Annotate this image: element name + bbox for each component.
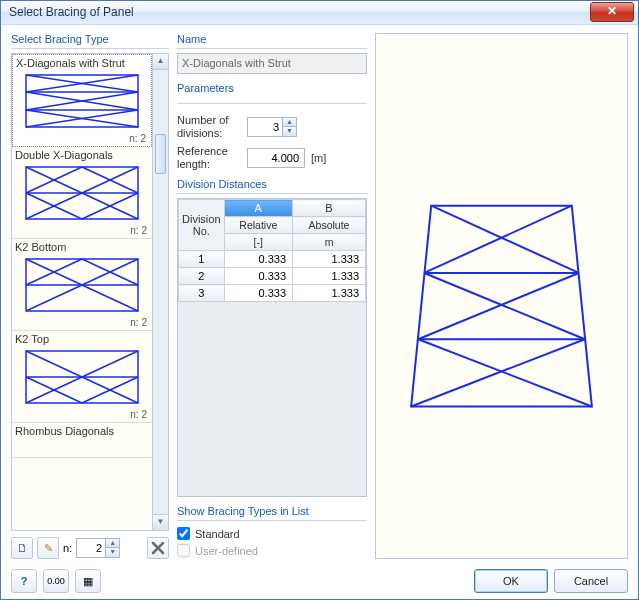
preview-svg (376, 34, 627, 558)
bracing-thumb-xstrut (16, 71, 148, 131)
bracing-thumb-rhombus (15, 439, 149, 453)
svg-line-26 (82, 285, 138, 311)
table-empty-area (178, 302, 366, 496)
table-group: Division Distances Division No. A B (177, 178, 367, 497)
bracing-thumb-k2bottom (15, 255, 149, 315)
close-icon: ✕ (607, 4, 617, 18)
bracing-type-n: n: 2 (15, 225, 149, 236)
spin-down-icon[interactable]: ▼ (282, 127, 296, 136)
col-header-b[interactable]: B (293, 200, 366, 217)
reflen-unit: [m] (311, 152, 326, 164)
col-header-division-no: Division No. (179, 200, 225, 251)
svg-line-40 (424, 273, 585, 339)
spin-up-icon[interactable]: ▲ (105, 539, 119, 548)
pencil-icon: ✎ (44, 542, 53, 555)
unit-b: m (293, 234, 366, 251)
show-types-group: Show Bracing Types in List Standard User… (177, 505, 367, 559)
window-title: Select Bracing of Panel (9, 5, 590, 19)
main-area: Select Bracing Type X-Diagonals with Str… (11, 33, 628, 559)
bracing-thumb-doublex (15, 163, 149, 223)
bracing-type-list[interactable]: X-Diagonals with Strut (11, 53, 153, 531)
subheader-absolute: Absolute (293, 217, 366, 234)
units-button[interactable]: 0.00 (43, 569, 69, 593)
spin-down-icon[interactable]: ▼ (105, 548, 119, 557)
ok-button[interactable]: OK (474, 569, 548, 593)
svg-line-39 (424, 206, 572, 273)
bracing-type-title: X-Diagonals with Strut (16, 57, 148, 69)
preview-pane[interactable] (375, 33, 628, 559)
table-row[interactable]: 10.3331.333 (179, 251, 366, 268)
calc-button[interactable]: ▦ (75, 569, 101, 593)
reflen-label: Reference length: (177, 145, 241, 170)
bracing-type-panel: Select Bracing Type X-Diagonals with Str… (11, 33, 169, 559)
bracing-type-item[interactable]: K2 Top (12, 331, 152, 423)
divider (177, 48, 367, 49)
userdef-checkbox-label: User-defined (195, 545, 258, 557)
name-group: Name (177, 33, 367, 74)
standard-checkbox[interactable] (177, 527, 190, 540)
titlebar[interactable]: Select Bracing of Panel ✕ (1, 1, 638, 25)
bracing-thumb-k2top (15, 347, 149, 407)
divider (11, 48, 169, 49)
scroll-down-icon[interactable]: ▼ (153, 514, 168, 530)
unit-a: [-] (224, 234, 293, 251)
close-button[interactable]: ✕ (590, 2, 634, 22)
cancel-button[interactable]: Cancel (554, 569, 628, 593)
bracing-type-n: n: 2 (16, 133, 148, 144)
dialog-window: Select Bracing of Panel ✕ Select Bracing… (0, 0, 639, 600)
delete-button[interactable] (147, 537, 169, 559)
parameters-group: Parameters Number of divisions: ▲▼ Refer… (177, 82, 367, 171)
divisions-input[interactable] (248, 118, 282, 136)
bracing-list-toolbar: 🗋 ✎ n: ▲▼ (11, 537, 169, 559)
divider (177, 193, 367, 194)
edit-button[interactable]: ✎ (37, 537, 59, 559)
svg-line-42 (418, 339, 592, 406)
bracing-type-item[interactable]: Rhombus Diagonals (12, 423, 152, 458)
scroll-track[interactable] (153, 70, 168, 514)
reflen-input[interactable] (247, 148, 305, 168)
help-icon: ? (21, 575, 28, 587)
delete-x-icon (151, 541, 165, 555)
divider (177, 520, 367, 521)
bracing-type-item[interactable]: K2 Bottom (12, 239, 152, 331)
svg-line-25 (26, 285, 82, 311)
help-button[interactable]: ? (11, 569, 37, 593)
spin-up-icon[interactable]: ▲ (282, 118, 296, 127)
n-mini-label: n: (63, 542, 72, 554)
dialog-footer: ? 0.00 ▦ OK Cancel (11, 565, 628, 593)
bracing-type-n: n: 2 (15, 317, 149, 328)
dialog-body: Select Bracing Type X-Diagonals with Str… (1, 25, 638, 599)
new-icon: 🗋 (17, 542, 28, 554)
svg-line-29 (26, 351, 82, 377)
divisions-stepper[interactable]: ▲▼ (247, 117, 297, 137)
col-header-a[interactable]: A (224, 200, 293, 217)
parameters-group-label: Parameters (177, 82, 367, 94)
n-mini-stepper[interactable]: ▲▼ (76, 538, 120, 558)
table-row[interactable]: 30.3331.333 (179, 285, 366, 302)
list-scrollbar[interactable]: ▲ ▼ (153, 53, 169, 531)
bracing-type-title: Double X-Diagonals (15, 149, 149, 161)
bracing-type-n: n: 2 (15, 409, 149, 420)
userdef-checkbox (177, 544, 190, 557)
bracing-type-title: K2 Top (15, 333, 149, 345)
scroll-thumb[interactable] (155, 134, 166, 174)
bracing-type-title: Rhombus Diagonals (15, 425, 149, 437)
units-icon: 0.00 (47, 576, 65, 586)
division-table[interactable]: Division No. A B Relative Absolute [-] (178, 199, 366, 302)
n-mini-input[interactable] (77, 539, 105, 557)
svg-line-38 (431, 206, 579, 273)
standard-checkbox-row[interactable]: Standard (177, 525, 367, 542)
name-group-label: Name (177, 33, 367, 45)
divider (177, 103, 367, 104)
name-field (177, 53, 367, 74)
new-button[interactable]: 🗋 (11, 537, 33, 559)
svg-line-41 (418, 273, 579, 339)
bracing-type-title: K2 Bottom (15, 241, 149, 253)
scroll-up-icon[interactable]: ▲ (153, 54, 168, 70)
bracing-type-item[interactable]: X-Diagonals with Strut (12, 54, 152, 147)
table-row[interactable]: 20.3331.333 (179, 268, 366, 285)
bracing-type-label: Select Bracing Type (11, 33, 169, 45)
calculator-icon: ▦ (83, 575, 93, 588)
show-types-label: Show Bracing Types in List (177, 505, 367, 517)
bracing-type-item[interactable]: Double X-Diagonals (12, 147, 152, 239)
